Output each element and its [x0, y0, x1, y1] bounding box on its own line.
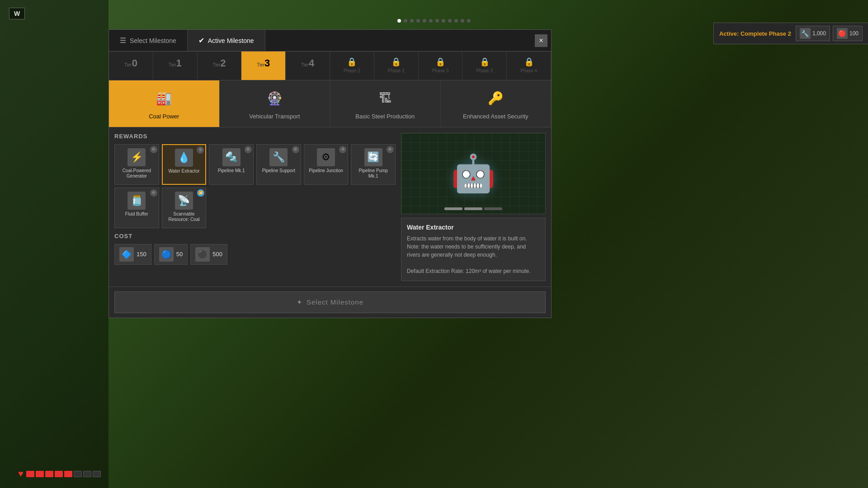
- reward-name-pipeline-support: Pipeline Support: [262, 168, 295, 174]
- phase-label-8: Phase 3: [476, 68, 493, 73]
- reward-name-pipeline-junction: Pipeline Junction: [309, 168, 343, 174]
- tier-btn-t5[interactable]: 🔒Phase 2: [330, 52, 374, 80]
- lock-icon-7: 🔒: [422, 57, 459, 67]
- reward-name-coal-generator: Coal-Powered Generator: [118, 168, 156, 179]
- milestone-icon-enhanced-asset: 🔑: [485, 88, 506, 109]
- close-button[interactable]: ×: [535, 34, 547, 47]
- progress-dot-7: [442, 19, 445, 23]
- tier-btn-t7[interactable]: 🔒Phase 3: [419, 52, 463, 80]
- reward-item-coal-generator[interactable]: ⚙ ⚡ Coal-Powered Generator: [114, 144, 159, 185]
- item-extra-info: Default Extraction Rate: 120m³ of water …: [407, 267, 540, 275]
- select-btn-label: Select Milestone: [307, 298, 363, 306]
- tier-btn-t1[interactable]: Tier1: [153, 52, 198, 80]
- lock-icon-5: 🔒: [334, 57, 370, 67]
- cost-items: 🔷 150 🔵 50 ⚫ 500: [114, 244, 396, 265]
- reward-badge-pipeline-support: ⚙: [292, 146, 299, 153]
- milestone-item-basic-steel[interactable]: 🏗 Basic Steel Production: [330, 80, 441, 127]
- cost-section: Cost 🔷 150 🔵 50 ⚫ 500: [114, 233, 396, 265]
- tier-label-0: Tier: [124, 62, 132, 67]
- tier-btn-t9[interactable]: 🔒Phase 4: [507, 52, 551, 80]
- tier-btn-t8[interactable]: 🔒Phase 3: [462, 52, 507, 80]
- milestone-label-enhanced-asset: Enhanced Asset Security: [463, 113, 528, 120]
- lock-icon-8: 🔒: [466, 57, 503, 67]
- reward-icon-water-extractor: 💧: [175, 149, 193, 167]
- reward-name-pipeline-pump: Pipeline Pump Mk.1: [354, 168, 392, 179]
- select-milestone-button[interactable]: ✦ Select Milestone: [114, 291, 546, 313]
- progress-dot-1: [404, 19, 407, 23]
- reward-name-water-extractor: Water Extractor: [168, 169, 199, 174]
- progress-dot-6: [435, 19, 439, 23]
- cost-icon-wire: ⚫: [195, 247, 210, 262]
- tier-label-4: Tier: [301, 62, 309, 67]
- milestone-icon-vehicular-transport: 🎡: [264, 88, 285, 109]
- milestone-item-coal-power[interactable]: 🏭 Coal Power: [109, 80, 220, 127]
- health-bar-5: [74, 471, 82, 477]
- progress-dot-3: [416, 19, 420, 23]
- preview-3d-model: 🤖: [451, 152, 496, 195]
- health-icon: ♥: [18, 469, 24, 479]
- reward-name-fluid-buffer: Fluid Buffer: [125, 211, 148, 217]
- milestone-item-vehicular-transport[interactable]: 🎡 Vehicular Transport: [220, 80, 330, 127]
- milestone-row: 🏭 Coal Power 🎡 Vehicular Transport 🏗 Bas…: [109, 80, 551, 127]
- lock-icon-9: 🔒: [510, 57, 547, 67]
- item-detail-description: Extracts water from the body of water it…: [407, 235, 540, 275]
- tier-btn-t6[interactable]: 🔒Phase 2: [374, 52, 419, 80]
- milestone-dialog: ☰ Select Milestone ✔ Active Milestone × …: [108, 29, 552, 318]
- reward-item-pipeline-mk1[interactable]: ⚙ 🔩 Pipeline Mk.1: [209, 144, 254, 185]
- tab-select-milestone[interactable]: ☰ Select Milestone: [109, 30, 188, 51]
- milestone-item-enhanced-asset[interactable]: 🔑 Enhanced Asset Security: [441, 80, 552, 127]
- lock-icon-6: 🔒: [378, 57, 415, 67]
- reward-badge-pipeline-mk1: ⚙: [245, 146, 252, 153]
- phase-label-7: Phase 3: [432, 68, 449, 73]
- tier-btn-t3[interactable]: Tier3: [241, 52, 286, 80]
- cost-item-cable: 🔵 50: [154, 244, 188, 265]
- health-bar-4: [64, 471, 72, 477]
- tier-btn-t4[interactable]: Tier4: [286, 52, 330, 80]
- reward-badge-pipeline-pump: ⚙: [387, 146, 394, 153]
- reward-item-water-extractor[interactable]: ⚙ 💧 Water Extractor: [162, 144, 207, 185]
- cost-amount-wire: 500: [212, 251, 222, 258]
- tab-active-label: Active Milestone: [208, 37, 254, 44]
- milestone-label-vehicular-transport: Vehicular Transport: [249, 113, 300, 120]
- milestone-list-icon: ☰: [120, 36, 126, 45]
- reward-item-pipeline-junction[interactable]: ⚙ ⚙ Pipeline Junction: [304, 144, 349, 185]
- content-area: Rewards ⚙ ⚡ Coal-Powered Generator ⚙ 💧 W…: [109, 127, 551, 286]
- milestone-icon-basic-steel: 🏗: [374, 88, 396, 109]
- progress-dots-bar: [397, 19, 471, 23]
- tier-btn-t0[interactable]: Tier0: [109, 52, 153, 80]
- objective-icons: 🔧1,000🔴100: [796, 26, 863, 41]
- obj-item-0: 🔧1,000: [796, 26, 830, 41]
- milestone-label-coal-power: Coal Power: [149, 113, 179, 120]
- reward-item-scannable-coal[interactable]: 📶 📡 Scannable Resource: Coal: [162, 188, 207, 228]
- health-bar-6: [83, 471, 91, 477]
- tier-selector: Tier0Tier1Tier2Tier3Tier4🔒Phase 2🔒Phase …: [109, 52, 551, 80]
- tier-btn-t2[interactable]: Tier2: [198, 52, 242, 80]
- health-bar-3: [55, 471, 63, 477]
- tier-num-1: 1: [176, 57, 182, 69]
- reward-name-pipeline-mk1: Pipeline Mk.1: [218, 168, 245, 174]
- reward-item-fluid-buffer[interactable]: ⚙ 🫙 Fluid Buffer: [114, 188, 159, 228]
- cost-amount-iron-plate: 150: [137, 251, 146, 258]
- item-desc-text: Extracts water from the body of water it…: [407, 235, 540, 259]
- reward-icon-fluid-buffer: 🫙: [127, 192, 146, 210]
- reward-icon-scannable-coal: 📡: [175, 192, 193, 210]
- item-detail-box: Water Extractor Extracts water from the …: [401, 218, 546, 281]
- tier-label-3: Tier: [257, 62, 264, 67]
- progress-dot-8: [448, 19, 452, 23]
- tab-active-milestone[interactable]: ✔ Active Milestone: [188, 30, 265, 51]
- reward-item-pipeline-pump[interactable]: ⚙ 🔄 Pipeline Pump Mk.1: [351, 144, 396, 185]
- health-bar-0: [26, 471, 34, 477]
- obj-value-0: 1,000: [812, 30, 826, 37]
- cost-icon-cable: 🔵: [159, 247, 174, 262]
- reward-badge-pipeline-junction: ⚙: [339, 146, 346, 153]
- item-preview: 🤖: [401, 133, 546, 214]
- cost-item-wire: ⚫ 500: [190, 244, 227, 265]
- reward-icon-pipeline-junction: ⚙: [317, 148, 335, 166]
- phase-label-6: Phase 2: [388, 68, 405, 73]
- phase-label-9: Phase 4: [520, 68, 537, 73]
- left-sidebar-deco: [0, 0, 108, 488]
- right-panel: 🤖 Water Extractor Extracts water from th…: [401, 133, 546, 281]
- preview-bars: [401, 207, 545, 210]
- game-logo: W: [9, 8, 25, 19]
- reward-item-pipeline-support[interactable]: ⚙ 🔧 Pipeline Support: [256, 144, 301, 185]
